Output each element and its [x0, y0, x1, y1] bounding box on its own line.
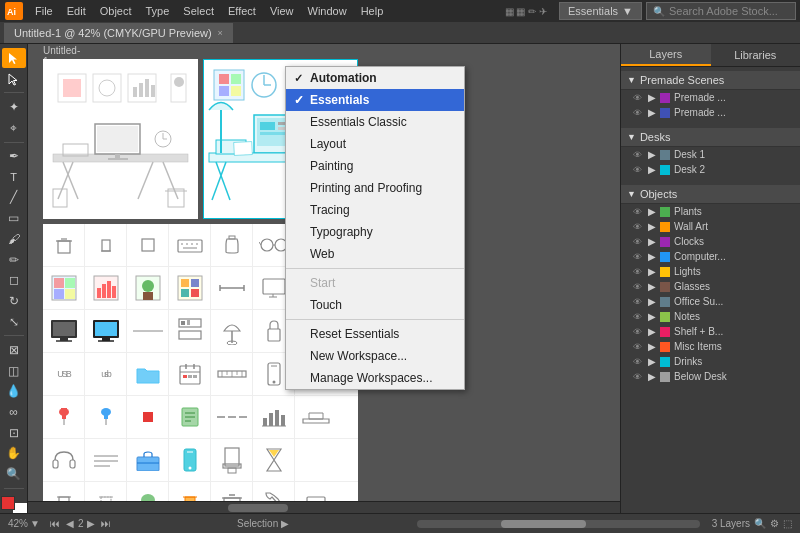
timeline-scrollbar[interactable]: [417, 520, 700, 528]
next-page-button[interactable]: ▶: [85, 518, 97, 529]
ws-menu-item-painting[interactable]: Painting: [286, 155, 464, 177]
ws-menu-item-reset[interactable]: Reset Essentials: [286, 323, 464, 345]
eye-icon[interactable]: 👁: [633, 327, 642, 337]
svg-line-48: [216, 162, 230, 200]
menu-window[interactable]: Window: [301, 0, 354, 22]
eyedropper-tool[interactable]: 💧: [2, 382, 26, 402]
menu-file[interactable]: File: [28, 0, 60, 22]
direct-selection-tool[interactable]: [2, 69, 26, 89]
last-page-button[interactable]: ⏭: [99, 518, 113, 529]
workspace-button[interactable]: Essentials ▼: [559, 2, 642, 20]
panel-item-desk2[interactable]: 👁 ▶ Desk 2: [621, 162, 800, 177]
eye-icon[interactable]: 👁: [633, 93, 642, 103]
menu-help[interactable]: Help: [354, 0, 391, 22]
ws-menu-item-manage[interactable]: Manage Workspaces...: [286, 367, 464, 389]
timeline-thumb[interactable]: [501, 520, 586, 528]
ws-menu-item-tracing[interactable]: Tracing: [286, 199, 464, 221]
panel-item-misc[interactable]: 👁 ▶ Misc Items: [621, 339, 800, 354]
eye-icon[interactable]: 👁: [633, 150, 642, 160]
rotate-tool[interactable]: ↻: [2, 291, 26, 311]
menu-type[interactable]: Type: [139, 0, 177, 22]
tab-layers[interactable]: Layers: [621, 44, 711, 66]
type-tool[interactable]: T: [2, 167, 26, 187]
panel-item-drinks[interactable]: 👁 ▶ Drinks: [621, 354, 800, 369]
eye-icon[interactable]: 👁: [633, 222, 642, 232]
lasso-tool[interactable]: ⌖: [2, 118, 26, 138]
ws-menu-item-web[interactable]: Web: [286, 243, 464, 265]
eye-icon[interactable]: 👁: [633, 267, 642, 277]
adobe-stock-search[interactable]: 🔍 Search Adobe Stock...: [646, 2, 796, 20]
canvas-area[interactable]: Untitled-1: [28, 44, 620, 533]
ws-menu-item-layout[interactable]: Layout: [286, 133, 464, 155]
ws-menu-item-new-workspace[interactable]: New Workspace...: [286, 345, 464, 367]
eye-icon[interactable]: 👁: [633, 282, 642, 292]
document-tab[interactable]: Untitled-1 @ 42% (CMYK/GPU Preview) ×: [4, 23, 233, 43]
panel-item-lights[interactable]: 👁 ▶ Lights: [621, 264, 800, 279]
pen-tool[interactable]: ✒: [2, 146, 26, 166]
tab-libraries[interactable]: Libraries: [711, 44, 801, 66]
icon-pc: [219, 446, 245, 474]
panel-section-premade-header[interactable]: ▼ Premade Scenes: [621, 71, 800, 90]
panel-section-objects-header[interactable]: ▼ Objects: [621, 185, 800, 204]
ws-menu-item-automation[interactable]: Automation: [286, 67, 464, 89]
first-page-button[interactable]: ⏮: [48, 518, 62, 529]
panel-item-wallart[interactable]: 👁 ▶ Wall Art: [621, 219, 800, 234]
eye-icon[interactable]: 👁: [633, 108, 642, 118]
ws-menu-item-essentials[interactable]: ✓ Essentials: [286, 89, 464, 111]
panel-item-clocks[interactable]: 👁 ▶ Clocks: [621, 234, 800, 249]
free-transform-tool[interactable]: ⊠: [2, 340, 26, 360]
gradient-tool[interactable]: ◫: [2, 361, 26, 381]
ws-menu-item-typography[interactable]: Typography: [286, 221, 464, 243]
close-tab-button[interactable]: ×: [218, 28, 223, 38]
ws-menu-item-essentials-classic[interactable]: Essentials Classic: [286, 111, 464, 133]
scrollbar-thumb[interactable]: [228, 504, 288, 512]
hand-tool[interactable]: ✋: [2, 444, 26, 464]
eye-icon[interactable]: 👁: [633, 297, 642, 307]
eye-icon[interactable]: 👁: [633, 357, 642, 367]
eye-icon[interactable]: 👁: [633, 207, 642, 217]
eraser-tool[interactable]: ◻: [2, 270, 26, 290]
rectangle-tool[interactable]: ▭: [2, 208, 26, 228]
zoom-dropdown-icon[interactable]: ▼: [30, 518, 40, 529]
menu-view[interactable]: View: [263, 0, 301, 22]
artboard-tool[interactable]: ⊡: [2, 423, 26, 443]
selection-tool[interactable]: [2, 48, 26, 68]
paintbrush-tool[interactable]: 🖌: [2, 229, 26, 249]
panel-section-desks-header[interactable]: ▼ Desks: [621, 128, 800, 147]
eye-icon[interactable]: 👁: [633, 237, 642, 247]
panel-item-plants[interactable]: 👁 ▶ Plants: [621, 204, 800, 219]
panel-item-shelf[interactable]: 👁 ▶ Shelf + B...: [621, 324, 800, 339]
eye-icon[interactable]: 👁: [633, 372, 642, 382]
eye-icon[interactable]: 👁: [633, 165, 642, 175]
horizontal-scrollbar[interactable]: [28, 501, 620, 513]
zoom-tool[interactable]: 🔍: [2, 464, 26, 484]
fill-swatch[interactable]: [1, 496, 15, 510]
panel-item-premade2[interactable]: 👁 ▶ Premade ...: [621, 105, 800, 120]
panel-item-desk1[interactable]: 👁 ▶ Desk 1: [621, 147, 800, 162]
eye-icon[interactable]: 👁: [633, 312, 642, 322]
scale-tool[interactable]: ⤡: [2, 312, 26, 332]
eye-icon[interactable]: 👁: [633, 342, 642, 352]
panel-item-notes[interactable]: 👁 ▶ Notes: [621, 309, 800, 324]
eye-icon[interactable]: 👁: [633, 252, 642, 262]
zoom-control: 42% ▼: [8, 518, 40, 529]
menu-effect[interactable]: Effect: [221, 0, 263, 22]
ws-menu-item-touch[interactable]: Touch: [286, 294, 464, 316]
ws-menu-item-printing[interactable]: Printing and Proofing: [286, 177, 464, 199]
blend-tool[interactable]: ∞: [2, 402, 26, 422]
menu-object[interactable]: Object: [93, 0, 139, 22]
line-tool[interactable]: ╱: [2, 188, 26, 208]
prev-page-button[interactable]: ◀: [64, 518, 76, 529]
panel-item-computers[interactable]: 👁 ▶ Computer...: [621, 249, 800, 264]
panel-item-office-supplies[interactable]: 👁 ▶ Office Su...: [621, 294, 800, 309]
panel-item-below-desk[interactable]: 👁 ▶ Below Desk: [621, 369, 800, 384]
menu-edit[interactable]: Edit: [60, 0, 93, 22]
magic-wand-tool[interactable]: ✦: [2, 97, 26, 117]
tab-bar: Untitled-1 @ 42% (CMYK/GPU Preview) ×: [0, 22, 800, 44]
menu-select[interactable]: Select: [176, 0, 221, 22]
arrow-icon: ▼: [627, 189, 636, 199]
svg-rect-11: [151, 85, 155, 97]
pencil-tool[interactable]: ✏: [2, 250, 26, 270]
panel-item-premade1[interactable]: 👁 ▶ Premade ...: [621, 90, 800, 105]
panel-item-glasses[interactable]: 👁 ▶ Glasses: [621, 279, 800, 294]
